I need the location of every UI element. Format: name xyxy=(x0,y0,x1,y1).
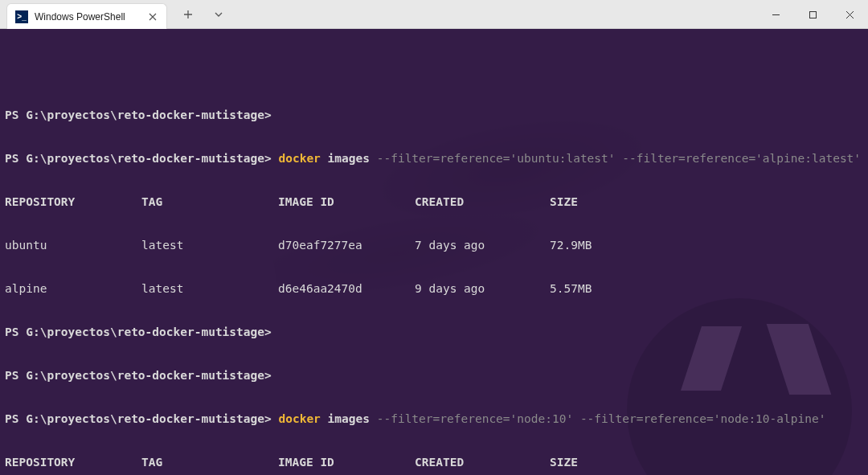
maximize-button[interactable] xyxy=(794,0,831,29)
tab-actions xyxy=(167,0,230,28)
command-binary: docker xyxy=(278,412,320,425)
terminal-content: PS G:\proyectos\reto-docker-mutistage> P… xyxy=(5,79,863,475)
prompt: PS G:\proyectos\reto-docker-mutistage> xyxy=(5,109,272,121)
command-sub: images xyxy=(328,152,370,165)
command-flags: --filter=reference='ubuntu:latest' --fil… xyxy=(377,152,861,165)
table-row: alpinelatestd6e46aa2470d9 days ago5.57MB xyxy=(5,281,863,296)
command-flags: --filter=reference='node:10' --filter=re… xyxy=(377,412,826,425)
powershell-icon: >_ xyxy=(15,10,28,23)
titlebar: >_ Windows PowerShell xyxy=(0,0,868,29)
svg-rect-0 xyxy=(809,11,816,18)
table-header: REPOSITORYTAGIMAGE IDCREATEDSIZE xyxy=(5,455,863,469)
prompt: PS G:\proyectos\reto-docker-mutistage> xyxy=(5,152,272,165)
new-tab-button[interactable] xyxy=(177,3,199,26)
table-row: ubuntulatestd70eaf7277ea7 days ago72.9MB xyxy=(5,238,863,252)
table-header: REPOSITORYTAGIMAGE IDCREATEDSIZE xyxy=(5,195,863,209)
close-window-button[interactable] xyxy=(831,0,868,29)
titlebar-drag-region[interactable] xyxy=(230,0,757,28)
tab-dropdown-button[interactable] xyxy=(207,3,230,26)
tab-title: Windows PowerShell xyxy=(35,11,139,23)
window-controls xyxy=(757,0,868,28)
minimize-button[interactable] xyxy=(757,0,794,29)
close-tab-button[interactable] xyxy=(145,10,160,24)
prompt: PS G:\proyectos\reto-docker-mutistage> xyxy=(5,326,272,338)
command-binary: docker xyxy=(278,152,320,165)
tab-powershell[interactable]: >_ Windows PowerShell xyxy=(6,3,167,29)
command-sub: images xyxy=(328,412,370,425)
prompt: PS G:\proyectos\reto-docker-mutistage> xyxy=(5,369,272,382)
terminal-pane[interactable]: PS G:\proyectos\reto-docker-mutistage> P… xyxy=(0,29,868,475)
prompt: PS G:\proyectos\reto-docker-mutistage> xyxy=(5,412,272,425)
